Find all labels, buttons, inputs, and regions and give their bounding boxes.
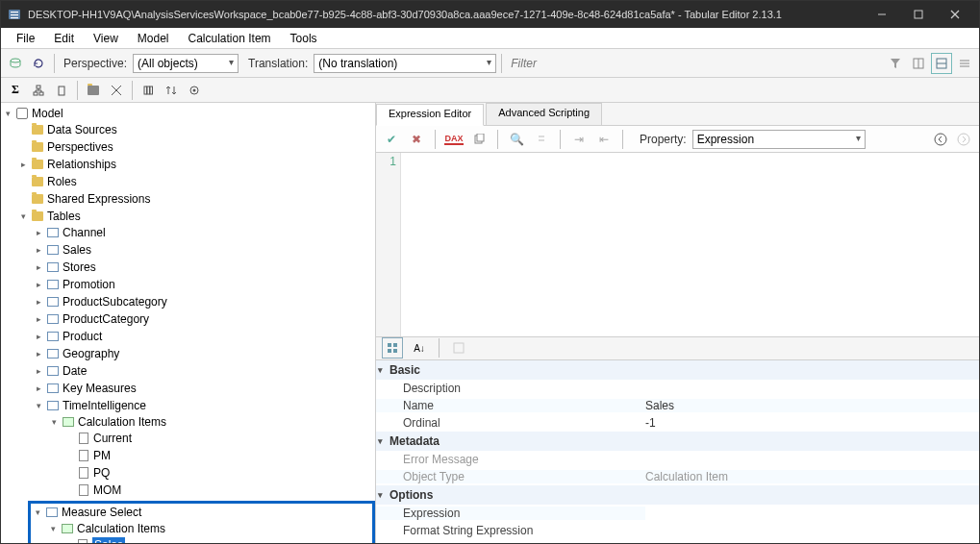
svg-rect-28: [150, 87, 153, 94]
propcat-metadata[interactable]: Metadata: [376, 432, 979, 451]
perspective-combo[interactable]: (All objects): [133, 54, 239, 73]
connect-icon[interactable]: [5, 53, 26, 74]
table-icon: [46, 347, 60, 360]
tree-shared-expr[interactable]: ▸Shared Expressions: [16, 191, 375, 207]
table-icon: [46, 364, 60, 378]
prop-description[interactable]: Description: [376, 380, 979, 397]
calcgroup-icon: [61, 522, 74, 535]
menu-view[interactable]: View: [84, 30, 128, 47]
outdent-icon[interactable]: ⇤: [594, 130, 614, 149]
tree-table-prodsubcat[interactable]: ▸ProductSubcategory: [32, 294, 375, 309]
tree-ti-pm[interactable]: ▸PM: [63, 448, 375, 463]
menu-model[interactable]: Model: [128, 30, 179, 47]
column-icon[interactable]: [51, 80, 72, 101]
prop-ordinal[interactable]: Ordinal-1↖: [376, 414, 979, 432]
item-icon: [76, 538, 89, 543]
tree-ti-pq[interactable]: ▸PQ: [63, 465, 375, 481]
folder2-icon[interactable]: [83, 80, 104, 101]
sort-icon[interactable]: [161, 80, 182, 101]
minimize-button[interactable]: [864, 1, 900, 28]
tree-table-prodcat[interactable]: ▸ProductCategory: [32, 311, 375, 327]
table-icon: [46, 382, 60, 395]
tab-advanced-scripting[interactable]: Advanced Scripting: [486, 103, 602, 125]
tree-roles[interactable]: ▸Roles: [16, 174, 375, 189]
menu-tools[interactable]: Tools: [281, 30, 327, 47]
maximize-button[interactable]: [900, 1, 937, 28]
tree-measure-select[interactable]: ▾Measure Select: [31, 505, 372, 520]
property-grid-toolbar: A↓: [376, 337, 979, 360]
svg-rect-3: [11, 17, 18, 18]
list-icon[interactable]: [954, 53, 975, 74]
propcat-options[interactable]: Options: [376, 485, 979, 505]
titlebar: DESKTOP-HH1V9AQ\AnalysisServicesWorkspac…: [1, 1, 979, 28]
tree-table-stores[interactable]: ▸Stores: [32, 260, 375, 275]
categorized-icon[interactable]: [382, 337, 403, 359]
menu-file[interactable]: File: [7, 30, 44, 47]
find-icon[interactable]: 🔍: [507, 130, 526, 149]
property-combo[interactable]: Expression: [692, 130, 866, 149]
indent-icon[interactable]: ⇥: [569, 130, 589, 149]
tree-table-geography[interactable]: ▸Geography: [32, 346, 375, 361]
svg-rect-1: [11, 12, 18, 12]
tree-ti-current[interactable]: ▸Current: [63, 431, 375, 446]
propgrid-extra-icon[interactable]: [448, 337, 469, 359]
columns-icon[interactable]: [138, 80, 159, 101]
nav-fwd-icon[interactable]: [954, 130, 973, 149]
tree-ti-mom[interactable]: ▸MOM: [63, 482, 375, 498]
panel-layout2-icon[interactable]: [931, 53, 952, 74]
propcat-basic[interactable]: Basic: [376, 360, 979, 380]
prop-name[interactable]: NameSales: [376, 397, 979, 414]
code-area[interactable]: [401, 153, 979, 336]
tree-ti-calcitems[interactable]: ▾Calculation Items: [47, 414, 375, 430]
prop-expression[interactable]: Expression: [376, 505, 979, 522]
right-tabs: Expression Editor Advanced Scripting: [376, 103, 979, 126]
menu-edit[interactable]: Edit: [44, 30, 84, 47]
accept-icon[interactable]: ✔: [382, 130, 401, 149]
tab-expression-editor[interactable]: Expression Editor: [376, 104, 484, 126]
panel-layout-icon[interactable]: [908, 53, 929, 74]
filter-icon[interactable]: [885, 53, 906, 74]
hierarchy-icon[interactable]: [28, 80, 49, 101]
menu-calc-item[interactable]: Calculation Item: [179, 30, 281, 47]
nav-back-icon[interactable]: [931, 130, 950, 149]
table-icon: [46, 295, 60, 309]
tree-timeintelligence[interactable]: ▾TimeIntelligence: [32, 398, 375, 413]
cancel-icon[interactable]: ✖: [407, 130, 426, 149]
sigma-icon[interactable]: Σ: [5, 80, 26, 101]
tree-ms-sales[interactable]: ▸Sales: [62, 537, 372, 543]
item-icon: [77, 466, 90, 480]
tree-relationships[interactable]: ▸Relationships: [16, 157, 375, 172]
tree-table-sales[interactable]: ▸Sales: [32, 242, 375, 258]
svg-rect-27: [147, 87, 150, 94]
tree-panel[interactable]: ▾Model ▸Data Sources ▸Perspectives ▸Rela…: [1, 103, 376, 543]
copy-icon[interactable]: [469, 130, 489, 149]
refresh-icon[interactable]: [28, 53, 49, 74]
close-button[interactable]: [937, 1, 973, 28]
tree-tables[interactable]: ▾Tables: [16, 209, 375, 224]
dax-format-icon[interactable]: DAX: [444, 130, 464, 149]
tree-data-sources[interactable]: ▸Data Sources: [16, 122, 375, 137]
alpha-sort-icon[interactable]: A↓: [409, 337, 430, 359]
tree-table-product[interactable]: ▸Product: [32, 329, 375, 344]
hide-icon[interactable]: [106, 80, 127, 101]
tree-table-channel[interactable]: ▸Channel: [32, 225, 375, 240]
translation-label: Translation:: [248, 57, 308, 70]
folder-icon: [31, 175, 44, 188]
replace-icon[interactable]: [532, 130, 551, 149]
prop-format-string[interactable]: Format String Expression: [376, 522, 979, 539]
expression-editor[interactable]: 1: [376, 153, 979, 337]
table-icon: [46, 312, 60, 326]
translation-combo[interactable]: (No translation): [314, 54, 496, 73]
tree-table-promotion[interactable]: ▸Promotion: [32, 277, 375, 292]
property-grid[interactable]: Basic Description NameSales Ordinal-1↖ M…: [376, 360, 979, 544]
item-icon: [77, 432, 90, 445]
tree-model[interactable]: ▾Model: [1, 106, 375, 121]
filter-input[interactable]: [507, 54, 883, 73]
tree-table-keymeasures[interactable]: ▸Key Measures: [32, 381, 375, 396]
tree-perspectives[interactable]: ▸Perspectives: [16, 139, 375, 155]
target-icon[interactable]: [184, 80, 205, 101]
tree-table-date[interactable]: ▸Date: [32, 363, 375, 379]
tree-ms-calcitems[interactable]: ▾Calculation Items: [46, 521, 372, 536]
property-label: Property:: [640, 133, 687, 146]
app-icon: [7, 7, 22, 22]
